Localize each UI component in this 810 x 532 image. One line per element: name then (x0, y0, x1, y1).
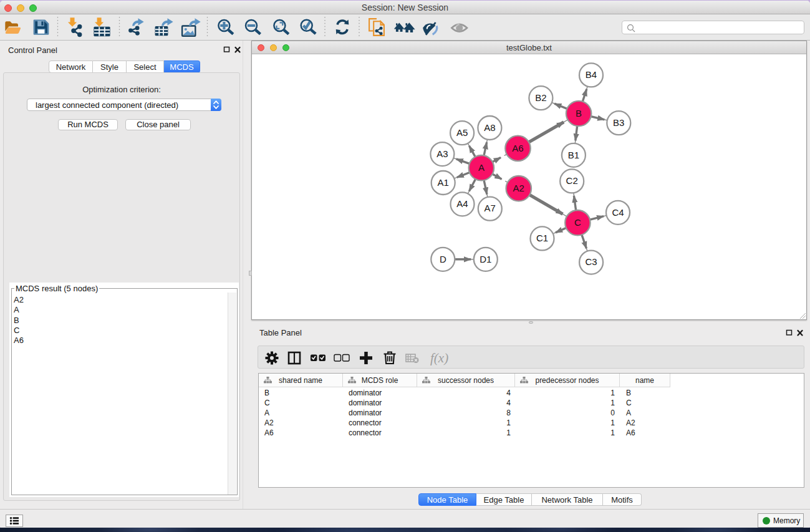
svg-text:A7: A7 (485, 203, 496, 213)
svg-text:A8: A8 (484, 122, 495, 133)
svg-text:A6: A6 (512, 143, 523, 153)
svg-text:B: B (576, 108, 582, 118)
svg-text:A2: A2 (513, 183, 524, 193)
svg-text:A: A (478, 162, 485, 173)
svg-text:C: C (574, 217, 581, 228)
svg-text:C2: C2 (566, 175, 578, 186)
svg-text:D: D (440, 254, 446, 264)
svg-text:A3: A3 (436, 148, 448, 159)
svg-text:A4: A4 (456, 198, 468, 209)
svg-text:B1: B1 (568, 150, 579, 160)
svg-text:B3: B3 (613, 117, 624, 128)
svg-text:C4: C4 (612, 207, 624, 218)
svg-text:C1: C1 (536, 233, 548, 243)
svg-text:B4: B4 (586, 69, 597, 80)
svg-text:C3: C3 (586, 256, 597, 267)
svg-text:D1: D1 (480, 254, 491, 264)
svg-text:B2: B2 (535, 92, 546, 103)
svg-text:A1: A1 (438, 177, 449, 188)
svg-text:f(x): f(x) (430, 351, 448, 365)
svg-text:A5: A5 (456, 127, 468, 138)
